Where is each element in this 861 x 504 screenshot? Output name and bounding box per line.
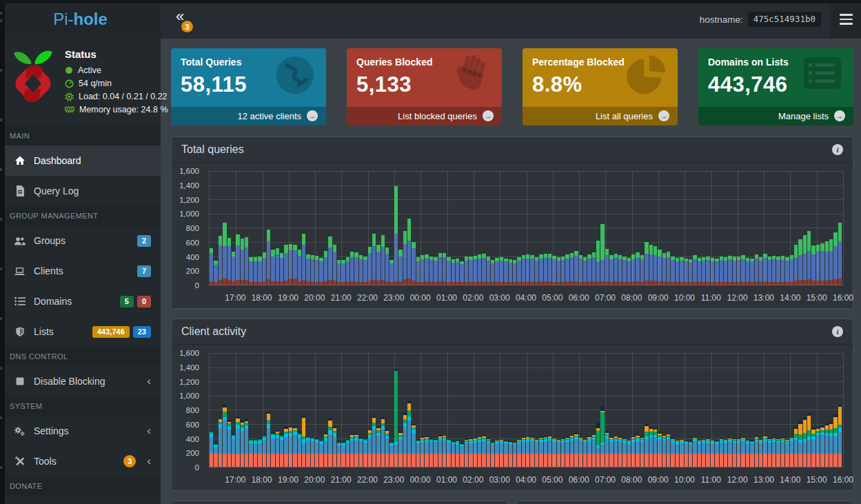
- chart-bar[interactable]: [482, 171, 485, 285]
- sidebar-item-tools[interactable]: Tools 3 ‹: [0, 446, 161, 476]
- chart-bar[interactable]: [276, 171, 279, 285]
- chart-bar[interactable]: [557, 353, 560, 467]
- chart-bar[interactable]: [829, 353, 833, 467]
- chart-bar[interactable]: [724, 171, 727, 285]
- chart-bar[interactable]: [645, 171, 648, 285]
- chart-bar[interactable]: [741, 353, 744, 467]
- chart-bar[interactable]: [482, 353, 485, 467]
- chart-bar[interactable]: [583, 171, 587, 285]
- chart-bar[interactable]: [227, 171, 231, 285]
- chart-bar[interactable]: [781, 353, 784, 467]
- chart-bar[interactable]: [715, 353, 718, 467]
- chart-bar[interactable]: [403, 353, 407, 467]
- chart-bar[interactable]: [328, 171, 332, 285]
- chart-bar[interactable]: [306, 171, 310, 285]
- info-icon[interactable]: i: [832, 326, 843, 337]
- chart-bar[interactable]: [662, 171, 666, 285]
- card-footer-link[interactable]: List all queries →: [523, 107, 678, 125]
- chart-bar[interactable]: [359, 353, 363, 467]
- chart-bar[interactable]: [465, 171, 468, 285]
- chart-bar[interactable]: [333, 171, 336, 285]
- chart-bar[interactable]: [746, 171, 749, 285]
- chart-bar[interactable]: [354, 353, 358, 467]
- sidebar-item-donate[interactable]: $ Donate: [0, 496, 161, 504]
- chart-bar[interactable]: [271, 171, 274, 285]
- chart-bar[interactable]: [600, 171, 604, 285]
- chart-bar[interactable]: [798, 353, 802, 467]
- chart-bar[interactable]: [504, 171, 507, 285]
- chart-bar[interactable]: [232, 171, 235, 285]
- chart-bar[interactable]: [627, 353, 631, 467]
- chart-bar[interactable]: [535, 171, 538, 285]
- chart-bar[interactable]: [544, 171, 547, 285]
- chart-bar[interactable]: [728, 171, 731, 285]
- chart-bar[interactable]: [372, 171, 376, 285]
- chart-bar[interactable]: [838, 353, 842, 467]
- chart-bar[interactable]: [807, 353, 811, 467]
- chart-bar[interactable]: [702, 353, 705, 467]
- chart-bar[interactable]: [574, 353, 578, 467]
- chart-bar[interactable]: [574, 171, 578, 285]
- chart-bar[interactable]: [254, 353, 257, 467]
- sidebar-item-clients[interactable]: Clients 7: [0, 256, 161, 286]
- chart-bar[interactable]: [698, 171, 701, 285]
- chart-bar[interactable]: [759, 171, 762, 285]
- chart-bar[interactable]: [210, 353, 213, 467]
- pihole-logo-title[interactable]: Pi-hole: [0, 0, 161, 39]
- chart-bar[interactable]: [513, 353, 516, 467]
- chart-bar[interactable]: [733, 171, 736, 285]
- card-footer-link[interactable]: Manage lists →: [698, 107, 853, 125]
- chart-bar[interactable]: [491, 353, 494, 467]
- chart-bar[interactable]: [452, 171, 455, 285]
- chart-bar[interactable]: [416, 171, 420, 285]
- chart-bar[interactable]: [592, 353, 596, 467]
- chart-bar[interactable]: [645, 353, 648, 467]
- chart-bar[interactable]: [728, 353, 731, 467]
- chart-bar[interactable]: [671, 171, 674, 285]
- chart-bar[interactable]: [671, 353, 674, 467]
- chart-bar[interactable]: [706, 353, 709, 467]
- chart-bar[interactable]: [443, 353, 446, 467]
- chart-bar[interactable]: [698, 353, 701, 467]
- chart-bar[interactable]: [693, 171, 696, 285]
- chart-bar[interactable]: [557, 171, 560, 285]
- chart-bar[interactable]: [755, 171, 758, 285]
- chart-bar[interactable]: [680, 171, 683, 285]
- chart-bar[interactable]: [622, 353, 626, 467]
- chart-bar[interactable]: [280, 353, 283, 467]
- chart-bar[interactable]: [311, 171, 314, 285]
- chart-bar[interactable]: [425, 353, 428, 467]
- chart-bar[interactable]: [372, 353, 376, 467]
- chart-bar[interactable]: [741, 171, 744, 285]
- chart-bar[interactable]: [768, 171, 771, 285]
- chart-bar[interactable]: [469, 353, 472, 467]
- chart-bar[interactable]: [640, 353, 644, 467]
- chart-bar[interactable]: [389, 353, 393, 467]
- chart-bar[interactable]: [258, 353, 261, 467]
- sidebar-item-domains[interactable]: Domains 5 0: [0, 286, 161, 316]
- chart-bar[interactable]: [271, 353, 274, 467]
- chart-bar[interactable]: [772, 171, 776, 285]
- chart-bar[interactable]: [491, 171, 494, 285]
- chart-bar[interactable]: [465, 353, 468, 467]
- chart-bar[interactable]: [319, 171, 323, 285]
- chart-bar[interactable]: [219, 171, 222, 285]
- chart-bar[interactable]: [249, 171, 252, 285]
- chart-bar[interactable]: [720, 353, 723, 467]
- chart-bar[interactable]: [333, 353, 336, 467]
- chart-bar[interactable]: [306, 353, 310, 467]
- chart-bar[interactable]: [416, 353, 420, 467]
- chart-bar[interactable]: [794, 171, 798, 285]
- chart-bar[interactable]: [649, 353, 653, 467]
- chart-bar[interactable]: [654, 171, 657, 285]
- chart-bar[interactable]: [649, 171, 653, 285]
- chart-bar[interactable]: [381, 171, 385, 285]
- chart-bar[interactable]: [298, 353, 301, 467]
- chart-bar[interactable]: [346, 353, 350, 467]
- chart-bar[interactable]: [293, 171, 296, 285]
- chart-bar[interactable]: [592, 171, 596, 285]
- chart-bar[interactable]: [530, 353, 534, 467]
- chart-bar[interactable]: [412, 171, 415, 285]
- chart-bar[interactable]: [223, 353, 226, 467]
- sidebar-item-settings[interactable]: Settings ‹: [0, 416, 161, 446]
